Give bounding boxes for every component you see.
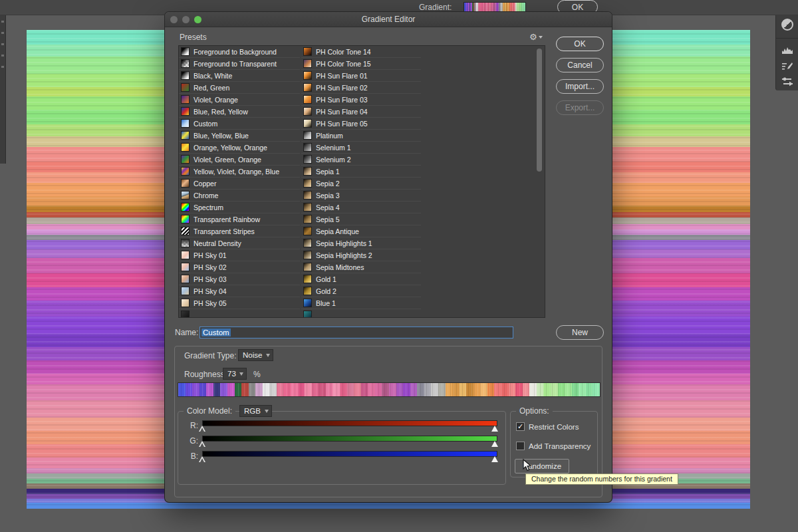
preset-item[interactable] bbox=[179, 309, 300, 318]
preset-item[interactable]: PH Sky 05 bbox=[179, 297, 300, 309]
channel-gradient-bar bbox=[202, 436, 497, 442]
preset-item[interactable]: PH Color Tone 15 bbox=[301, 58, 421, 70]
preset-label: PH Sky 04 bbox=[194, 287, 227, 295]
dialog-titlebar[interactable]: Gradient Editor bbox=[165, 12, 612, 27]
preset-item[interactable]: Yellow, Violet, Orange, Blue bbox=[179, 166, 300, 178]
preset-swatch bbox=[303, 239, 312, 247]
preset-label: Yellow, Violet, Orange, Blue bbox=[194, 168, 279, 176]
preset-item[interactable]: PH Sun Flare 03 bbox=[301, 94, 421, 106]
channel-max-handle[interactable] bbox=[491, 456, 498, 462]
preset-label: PH Sun Flare 02 bbox=[316, 84, 368, 92]
preset-item[interactable]: Gold 1 bbox=[301, 273, 421, 285]
preset-swatch bbox=[181, 311, 190, 318]
preset-item[interactable]: Violet, Orange bbox=[179, 94, 300, 106]
preset-label: PH Sun Flare 01 bbox=[316, 72, 368, 80]
add-transparency-checkbox[interactable] bbox=[516, 442, 525, 450]
preset-swatch bbox=[181, 71, 190, 80]
preset-item[interactable]: Chrome bbox=[179, 190, 300, 201]
preset-item[interactable]: Copper bbox=[179, 178, 300, 190]
preset-item[interactable]: Sepia 5 bbox=[301, 213, 421, 225]
color-model-dropdown[interactable]: RGB bbox=[239, 405, 272, 417]
adjustments-icon[interactable] bbox=[781, 19, 793, 31]
preset-item[interactable]: Custom bbox=[179, 118, 300, 130]
preset-label: Transparent Rainbow bbox=[194, 215, 260, 223]
preset-item[interactable]: PH Sky 02 bbox=[179, 261, 300, 273]
preset-item[interactable]: PH Sun Flare 01 bbox=[301, 70, 421, 82]
preset-item[interactable]: Transparent Stripes bbox=[179, 225, 300, 237]
preset-item[interactable]: Neutral Density bbox=[179, 237, 300, 249]
preset-label: Sepia Midtones bbox=[316, 263, 364, 271]
preset-label: PH Sun Flare 03 bbox=[316, 96, 368, 104]
preset-item[interactable]: Sepia Highlights 1 bbox=[301, 237, 421, 249]
brush-settings-icon[interactable] bbox=[781, 61, 793, 73]
preset-label: Orange, Yellow, Orange bbox=[194, 144, 267, 152]
preset-swatch bbox=[181, 203, 190, 211]
preset-label: Transparent Stripes bbox=[194, 227, 255, 235]
preset-item[interactable]: Gold 2 bbox=[301, 285, 421, 297]
channel-min-handle[interactable] bbox=[199, 441, 205, 447]
presets-menu-gear-icon[interactable]: ⚙ bbox=[529, 33, 543, 41]
channel-max-handle[interactable] bbox=[491, 426, 498, 432]
preset-item[interactable]: Sepia 4 bbox=[301, 201, 421, 213]
preset-label: Violet, Orange bbox=[194, 96, 238, 104]
preset-item[interactable]: Blue, Red, Yellow bbox=[179, 106, 300, 118]
preset-item[interactable]: Foreground to Background bbox=[179, 46, 300, 58]
preset-item[interactable]: Blue, Yellow, Blue bbox=[179, 130, 300, 142]
preset-item[interactable]: PH Sun Flare 02 bbox=[301, 82, 421, 94]
gradient-type-dropdown[interactable]: Noise bbox=[238, 349, 273, 361]
preset-item[interactable]: Violet, Green, Orange bbox=[179, 154, 300, 166]
restrict-colors-checkbox[interactable]: ✓ bbox=[516, 422, 525, 431]
tool-sliders-icon[interactable] bbox=[781, 76, 793, 88]
preset-item[interactable]: PH Sky 03 bbox=[179, 273, 300, 285]
randomize-tooltip: Change the random numbers for this gradi… bbox=[525, 473, 678, 485]
preset-item[interactable]: Sepia Highlights 2 bbox=[301, 249, 421, 261]
preset-label: PH Sky 05 bbox=[194, 299, 227, 307]
preset-item[interactable]: PH Sun Flare 04 bbox=[301, 106, 421, 118]
preset-item[interactable]: Spectrum bbox=[179, 201, 300, 213]
import-button[interactable]: Import... bbox=[556, 79, 604, 94]
preset-label: Chrome bbox=[194, 192, 218, 200]
preset-item[interactable]: PH Sky 04 bbox=[179, 285, 300, 297]
name-input[interactable]: Custom bbox=[200, 327, 513, 338]
preset-item[interactable]: Sepia 2 bbox=[301, 178, 421, 190]
preset-item[interactable]: Sepia Antique bbox=[301, 225, 421, 237]
preset-item[interactable]: Transparent Rainbow bbox=[179, 213, 300, 225]
preset-label: Copper bbox=[194, 180, 216, 188]
preset-item[interactable]: PH Sun Flare 05 bbox=[301, 118, 421, 130]
preset-item[interactable]: Sepia Midtones bbox=[301, 261, 421, 273]
preset-item[interactable]: Orange, Yellow, Orange bbox=[179, 142, 300, 154]
preset-swatch bbox=[181, 119, 190, 128]
channel-min-handle[interactable] bbox=[199, 456, 205, 462]
preset-item[interactable]: Platinum bbox=[301, 130, 421, 142]
preset-item[interactable]: PH Sky 01 bbox=[179, 249, 300, 261]
preset-label: PH Sun Flare 05 bbox=[316, 120, 368, 128]
preset-swatch bbox=[181, 47, 190, 56]
preset-item[interactable]: Blue 1 bbox=[301, 297, 421, 309]
preset-item[interactable]: Black, White bbox=[179, 70, 300, 82]
presets-label: Presets bbox=[180, 33, 207, 42]
channel-label: G: bbox=[184, 436, 198, 446]
preset-swatch bbox=[181, 83, 190, 92]
preset-label: Sepia 2 bbox=[316, 180, 340, 188]
channel-max-handle[interactable] bbox=[491, 441, 498, 447]
preset-item[interactable]: Sepia 1 bbox=[301, 166, 421, 178]
preset-item[interactable] bbox=[301, 309, 421, 318]
preset-item[interactable]: Red, Green bbox=[179, 82, 300, 94]
noise-gradient-preview[interactable] bbox=[178, 382, 600, 397]
preset-item[interactable]: Selenium 1 bbox=[301, 142, 421, 154]
channel-min-handle[interactable] bbox=[199, 426, 205, 432]
preset-item[interactable]: Sepia 3 bbox=[301, 190, 421, 201]
preset-item[interactable]: Foreground to Transparent bbox=[179, 58, 300, 70]
preset-item[interactable]: Selenium 2 bbox=[301, 154, 421, 166]
histogram-icon[interactable] bbox=[781, 44, 793, 56]
cancel-button[interactable]: Cancel bbox=[556, 58, 604, 72]
preset-swatch bbox=[303, 119, 312, 128]
preset-item[interactable]: PH Color Tone 14 bbox=[301, 46, 421, 58]
channel-row: B: bbox=[178, 450, 505, 464]
ok-button[interactable]: OK bbox=[556, 37, 604, 51]
gradient-editor-dialog: Gradient Editor Presets ⚙ Foreground to … bbox=[165, 12, 612, 502]
gradient-picker-preview[interactable] bbox=[464, 2, 526, 13]
new-button[interactable]: New bbox=[556, 325, 604, 340]
presets-scrollbar[interactable] bbox=[537, 49, 542, 172]
roughness-dropdown[interactable]: 73 bbox=[223, 368, 247, 380]
